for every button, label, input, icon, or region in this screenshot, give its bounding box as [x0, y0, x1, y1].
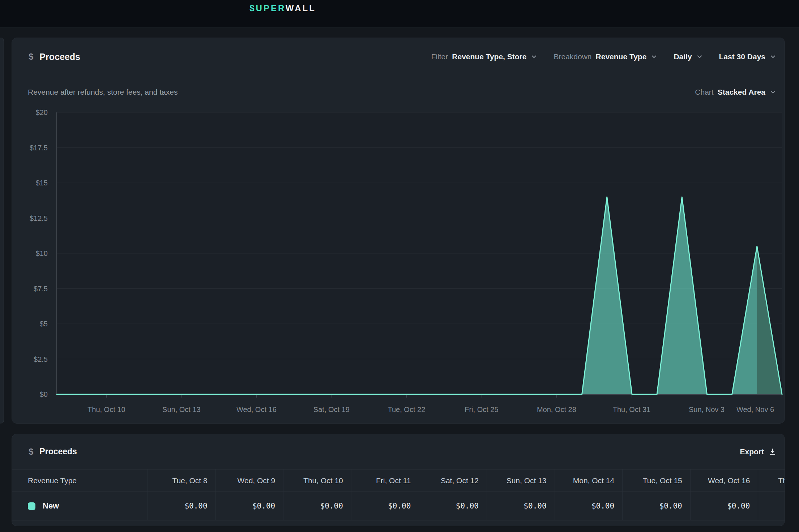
x-axis-tick	[106, 395, 107, 398]
table-header-date: Thu, Oct 17	[758, 469, 785, 492]
x-axis-tick	[332, 395, 332, 398]
y-axis-label: $12.5	[30, 214, 48, 222]
table-header-date: Mon, Oct 14	[555, 469, 623, 492]
x-axis-label: Wed, Oct 16	[226, 406, 287, 414]
table-cell-value: $0.00	[622, 492, 690, 520]
stacked-area-chart[interactable]	[56, 112, 782, 395]
chart-type-value: Stacked Area	[718, 88, 765, 96]
table-header-date: Tue, Oct 15	[622, 469, 690, 492]
top-bar: $UPERWALL	[0, 0, 799, 27]
dollar-icon: $	[29, 52, 33, 62]
date-range-value: Last 30 Days	[719, 52, 765, 61]
table-header-date: Thu, Oct 10	[283, 469, 351, 492]
table-cell-value: $0.00	[555, 492, 623, 520]
x-axis-tick	[782, 395, 782, 398]
table-cell-value: $0.00	[419, 492, 487, 520]
table-header-date: Sat, Oct 12	[419, 469, 487, 492]
series-swatch	[28, 502, 35, 510]
y-axis-label: $10	[36, 249, 48, 258]
granularity-value: Daily	[674, 52, 692, 61]
x-axis-label: Fri, Oct 25	[451, 406, 512, 414]
x-axis-label: Mon, Oct 28	[526, 406, 587, 414]
granularity-dropdown[interactable]: Daily	[674, 52, 703, 61]
x-axis-tick	[406, 395, 407, 398]
proceeds-table-panel: $ Proceeds Export Revenue TypeTue, Oct 8…	[12, 434, 785, 526]
table-panel-header: $ Proceeds Export	[12, 434, 785, 469]
y-axis-label: $15	[36, 179, 48, 187]
filter-label: Filter	[431, 52, 448, 61]
table-cell-value: $0.00	[148, 492, 215, 520]
panel-subtitle: Revenue after refunds, store fees, and t…	[28, 88, 178, 96]
y-axis-label: $0	[40, 390, 48, 399]
dollar-icon: $	[29, 447, 33, 457]
panel-title: Proceeds	[39, 52, 80, 62]
table-row-label-cell: New	[12, 492, 148, 520]
breakdown-value: Revenue Type	[596, 52, 647, 61]
chart-type-dropdown[interactable]: Chart Stacked Area	[695, 88, 777, 96]
breakdown-label: Breakdown	[554, 52, 591, 61]
chevron-down-icon	[769, 89, 777, 96]
x-axis-label: Sun, Oct 13	[151, 406, 212, 414]
table-row: New$0.00$0.00$0.00$0.00$0.00$0.00$0.00$0…	[12, 492, 785, 520]
x-axis-label: Thu, Oct 31	[601, 406, 662, 414]
table-header-date: Wed, Oct 16	[690, 469, 758, 492]
chart-canvas	[57, 112, 782, 394]
table-header-date: Wed, Oct 9	[215, 469, 283, 492]
x-axis-tick	[256, 395, 257, 398]
table-header-row: Revenue TypeTue, Oct 8Wed, Oct 9Thu, Oct…	[12, 469, 785, 492]
table-body: New$0.00$0.00$0.00$0.00$0.00$0.00$0.00$0…	[12, 492, 785, 520]
date-range-dropdown[interactable]: Last 30 Days	[719, 52, 777, 61]
table-cell-value: $0.00	[351, 492, 419, 520]
table-cell-value: $0.00	[690, 492, 758, 520]
x-axis-tick	[556, 395, 557, 398]
chevron-down-icon	[530, 53, 538, 60]
x-axis-label: Tue, Oct 22	[376, 406, 437, 414]
x-axis-ticks	[56, 395, 782, 398]
chevron-down-icon	[696, 53, 703, 60]
chevron-down-icon	[650, 53, 658, 60]
logo-rest-text: WALL	[286, 3, 316, 13]
x-axis-tick	[482, 395, 482, 398]
x-axis-tick	[181, 395, 182, 398]
y-axis-labels: $20$17.5$15$12.5$10$7.5$5$2.5$0	[12, 112, 48, 394]
filter-value: Revenue Type, Store	[452, 52, 526, 61]
x-axis-label: Thu, Oct 10	[76, 406, 137, 414]
table-header-date: Fri, Oct 11	[351, 469, 419, 492]
chevron-down-icon	[769, 53, 777, 60]
download-icon	[769, 448, 777, 456]
breakdown-dropdown[interactable]: Breakdown Revenue Type	[554, 52, 658, 61]
table-cell-value: $0.00	[215, 492, 283, 520]
x-axis-label: Wed, Nov 6	[725, 406, 785, 414]
x-axis-tick	[632, 395, 632, 398]
table-header-revenue-type: Revenue Type	[12, 469, 148, 492]
panel-subheader: Revenue after refunds, store fees, and t…	[12, 76, 785, 109]
y-axis-label: $5	[40, 320, 48, 328]
y-axis-label: $7.5	[34, 284, 48, 293]
y-axis-label: $17.5	[30, 143, 48, 152]
x-axis-tick	[707, 395, 707, 398]
panel-header: $ Proceeds Filter Revenue Type, Store Br…	[12, 38, 785, 76]
chart-type-label: Chart	[695, 88, 713, 96]
table-header-date: Tue, Oct 8	[148, 469, 215, 492]
x-axis-labels: Thu, Oct 10Sun, Oct 13Wed, Oct 16Sat, Oc…	[56, 406, 782, 416]
series-name: New	[43, 501, 59, 511]
table-cell-value: $0.00	[283, 492, 351, 520]
superwall-logo[interactable]: $UPERWALL	[249, 3, 316, 13]
proceeds-table: Revenue TypeTue, Oct 8Wed, Oct 9Thu, Oct…	[12, 469, 785, 520]
y-axis-label: $2.5	[34, 355, 48, 363]
export-button[interactable]: Export	[740, 447, 777, 456]
filter-dropdown[interactable]: Filter Revenue Type, Store	[431, 52, 538, 61]
offscreen-card-edge	[0, 38, 4, 424]
table-cell-value: $0.00	[487, 492, 555, 520]
y-axis-label: $20	[36, 108, 48, 117]
export-label: Export	[740, 447, 764, 456]
table-header-date: Sun, Oct 13	[487, 469, 555, 492]
panel-controls: Filter Revenue Type, Store Breakdown Rev…	[431, 52, 777, 61]
table-cell-value: $0.00	[758, 492, 785, 520]
proceeds-chart-panel: $ Proceeds Filter Revenue Type, Store Br…	[12, 38, 785, 424]
x-axis-label: Sat, Oct 19	[301, 406, 362, 414]
table-panel-title: Proceeds	[39, 447, 77, 456]
logo-accent-text: $UPER	[249, 3, 286, 13]
